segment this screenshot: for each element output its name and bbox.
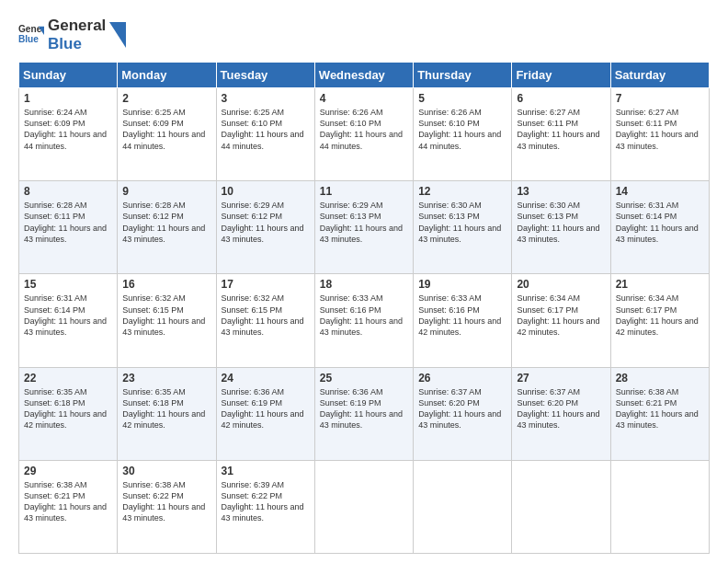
day-number: 1	[24, 92, 112, 105]
day-detail: Sunrise: 6:34 AMSunset: 6:17 PMDaylight:…	[616, 293, 699, 336]
calendar-cell: 21 Sunrise: 6:34 AMSunset: 6:17 PMDaylig…	[610, 274, 709, 367]
calendar-cell: 19 Sunrise: 6:33 AMSunset: 6:16 PMDaylig…	[414, 274, 512, 367]
calendar-cell: 24 Sunrise: 6:36 AMSunset: 6:19 PMDaylig…	[216, 367, 314, 460]
calendar-cell: 20 Sunrise: 6:34 AMSunset: 6:17 PMDaylig…	[512, 274, 610, 367]
calendar-week-row: 29 Sunrise: 6:38 AMSunset: 6:21 PMDaylig…	[19, 460, 710, 553]
calendar-cell: 25 Sunrise: 6:36 AMSunset: 6:19 PMDaylig…	[314, 367, 413, 460]
calendar-cell: 5 Sunrise: 6:26 AMSunset: 6:10 PMDayligh…	[414, 88, 512, 181]
day-number: 2	[122, 92, 210, 105]
day-detail: Sunrise: 6:32 AMSunset: 6:15 PMDaylight:…	[122, 293, 205, 336]
calendar-week-row: 15 Sunrise: 6:31 AMSunset: 6:14 PMDaylig…	[19, 274, 710, 367]
day-detail: Sunrise: 6:38 AMSunset: 6:21 PMDaylight:…	[24, 480, 107, 523]
calendar-cell: 7 Sunrise: 6:27 AMSunset: 6:11 PMDayligh…	[610, 88, 709, 181]
logo-line2: Blue	[48, 35, 106, 53]
svg-text:Blue: Blue	[18, 33, 39, 43]
calendar-cell: 4 Sunrise: 6:26 AMSunset: 6:10 PMDayligh…	[314, 88, 413, 181]
calendar-cell: 15 Sunrise: 6:31 AMSunset: 6:14 PMDaylig…	[19, 274, 118, 367]
day-detail: Sunrise: 6:31 AMSunset: 6:14 PMDaylight:…	[616, 201, 699, 243]
top-section: General Blue General Blue	[18, 17, 710, 52]
day-detail: Sunrise: 6:29 AMSunset: 6:13 PMDaylight:…	[320, 201, 403, 243]
calendar-cell: 8 Sunrise: 6:28 AMSunset: 6:11 PMDayligh…	[19, 181, 118, 274]
calendar-cell: 13 Sunrise: 6:30 AMSunset: 6:13 PMDaylig…	[512, 181, 610, 274]
day-detail: Sunrise: 6:24 AMSunset: 6:09 PMDaylight:…	[24, 108, 107, 150]
calendar-cell: 29 Sunrise: 6:38 AMSunset: 6:21 PMDaylig…	[19, 460, 118, 553]
calendar-cell: 30 Sunrise: 6:38 AMSunset: 6:22 PMDaylig…	[118, 460, 216, 553]
weekday-header: Saturday	[610, 63, 709, 88]
calendar-cell: 31 Sunrise: 6:39 AMSunset: 6:22 PMDaylig…	[216, 460, 314, 553]
day-detail: Sunrise: 6:36 AMSunset: 6:19 PMDaylight:…	[222, 387, 304, 430]
day-detail: Sunrise: 6:25 AMSunset: 6:09 PMDaylight:…	[122, 108, 205, 150]
day-number: 30	[122, 465, 210, 477]
logo-line1: General	[48, 17, 106, 35]
calendar-cell: 6 Sunrise: 6:27 AMSunset: 6:11 PMDayligh…	[512, 88, 610, 181]
day-detail: Sunrise: 6:28 AMSunset: 6:12 PMDaylight:…	[122, 201, 205, 243]
weekday-header: Wednesday	[314, 63, 413, 88]
calendar-cell: 2 Sunrise: 6:25 AMSunset: 6:09 PMDayligh…	[118, 88, 216, 181]
calendar-cell: 10 Sunrise: 6:29 AMSunset: 6:12 PMDaylig…	[216, 181, 314, 274]
day-detail: Sunrise: 6:31 AMSunset: 6:14 PMDaylight:…	[24, 293, 107, 336]
day-detail: Sunrise: 6:35 AMSunset: 6:18 PMDaylight:…	[122, 387, 205, 430]
calendar-cell: 16 Sunrise: 6:32 AMSunset: 6:15 PMDaylig…	[118, 274, 216, 367]
day-number: 14	[616, 185, 704, 198]
calendar-cell	[314, 460, 413, 553]
calendar-cell: 1 Sunrise: 6:24 AMSunset: 6:09 PMDayligh…	[19, 88, 118, 181]
calendar-cell	[512, 460, 610, 553]
calendar-cell	[414, 460, 512, 553]
calendar-header-row: SundayMondayTuesdayWednesdayThursdayFrid…	[19, 63, 710, 88]
day-detail: Sunrise: 6:35 AMSunset: 6:18 PMDaylight:…	[24, 387, 107, 430]
calendar-week-row: 1 Sunrise: 6:24 AMSunset: 6:09 PMDayligh…	[19, 88, 710, 181]
day-detail: Sunrise: 6:27 AMSunset: 6:11 PMDaylight:…	[517, 108, 599, 150]
day-number: 16	[122, 278, 210, 291]
day-detail: Sunrise: 6:33 AMSunset: 6:16 PMDaylight:…	[320, 293, 403, 336]
calendar-cell: 11 Sunrise: 6:29 AMSunset: 6:13 PMDaylig…	[314, 181, 413, 274]
day-number: 9	[122, 185, 210, 198]
day-number: 24	[222, 372, 310, 385]
day-detail: Sunrise: 6:27 AMSunset: 6:11 PMDaylight:…	[616, 108, 699, 150]
day-detail: Sunrise: 6:32 AMSunset: 6:15 PMDaylight:…	[222, 293, 304, 336]
day-detail: Sunrise: 6:38 AMSunset: 6:22 PMDaylight:…	[122, 480, 205, 523]
day-number: 6	[517, 92, 605, 105]
day-detail: Sunrise: 6:26 AMSunset: 6:10 PMDaylight:…	[418, 108, 501, 150]
calendar-week-row: 8 Sunrise: 6:28 AMSunset: 6:11 PMDayligh…	[19, 181, 710, 274]
weekday-header: Tuesday	[216, 63, 314, 88]
weekday-header: Sunday	[19, 63, 118, 88]
day-detail: Sunrise: 6:39 AMSunset: 6:22 PMDaylight:…	[222, 480, 304, 523]
calendar-week-row: 22 Sunrise: 6:35 AMSunset: 6:18 PMDaylig…	[19, 367, 710, 460]
day-number: 7	[616, 92, 704, 105]
day-number: 26	[418, 372, 506, 385]
calendar-cell: 18 Sunrise: 6:33 AMSunset: 6:16 PMDaylig…	[314, 274, 413, 367]
day-detail: Sunrise: 6:38 AMSunset: 6:21 PMDaylight:…	[616, 387, 699, 430]
day-number: 22	[24, 372, 112, 385]
calendar-cell: 26 Sunrise: 6:37 AMSunset: 6:20 PMDaylig…	[414, 367, 512, 460]
weekday-header: Friday	[512, 63, 610, 88]
weekday-header: Monday	[118, 63, 216, 88]
day-detail: Sunrise: 6:33 AMSunset: 6:16 PMDaylight:…	[418, 293, 501, 336]
day-number: 3	[222, 92, 310, 105]
calendar-cell: 17 Sunrise: 6:32 AMSunset: 6:15 PMDaylig…	[216, 274, 314, 367]
day-detail: Sunrise: 6:37 AMSunset: 6:20 PMDaylight:…	[418, 387, 501, 430]
day-detail: Sunrise: 6:37 AMSunset: 6:20 PMDaylight:…	[517, 387, 599, 430]
calendar-cell	[610, 460, 709, 553]
weekday-header: Thursday	[414, 63, 512, 88]
logo: General Blue General Blue	[18, 17, 126, 52]
day-number: 15	[24, 278, 112, 291]
page: General Blue General Blue SundayMondayTu…	[0, 0, 728, 563]
day-number: 20	[517, 278, 605, 291]
calendar-cell: 14 Sunrise: 6:31 AMSunset: 6:14 PMDaylig…	[610, 181, 709, 274]
calendar-cell: 23 Sunrise: 6:35 AMSunset: 6:18 PMDaylig…	[118, 367, 216, 460]
day-number: 27	[517, 372, 605, 385]
day-number: 17	[222, 278, 310, 291]
calendar-cell: 28 Sunrise: 6:38 AMSunset: 6:21 PMDaylig…	[610, 367, 709, 460]
day-detail: Sunrise: 6:36 AMSunset: 6:19 PMDaylight:…	[320, 387, 403, 430]
day-detail: Sunrise: 6:34 AMSunset: 6:17 PMDaylight:…	[517, 293, 599, 336]
svg-marker-3	[109, 22, 126, 48]
day-number: 5	[418, 92, 506, 105]
day-number: 21	[616, 278, 704, 291]
logo-arrow-icon	[109, 22, 126, 48]
day-number: 11	[320, 185, 408, 198]
day-number: 28	[616, 372, 704, 385]
calendar-cell: 12 Sunrise: 6:30 AMSunset: 6:13 PMDaylig…	[414, 181, 512, 274]
day-detail: Sunrise: 6:30 AMSunset: 6:13 PMDaylight:…	[418, 201, 501, 243]
day-number: 31	[222, 465, 310, 477]
calendar-cell: 27 Sunrise: 6:37 AMSunset: 6:20 PMDaylig…	[512, 367, 610, 460]
